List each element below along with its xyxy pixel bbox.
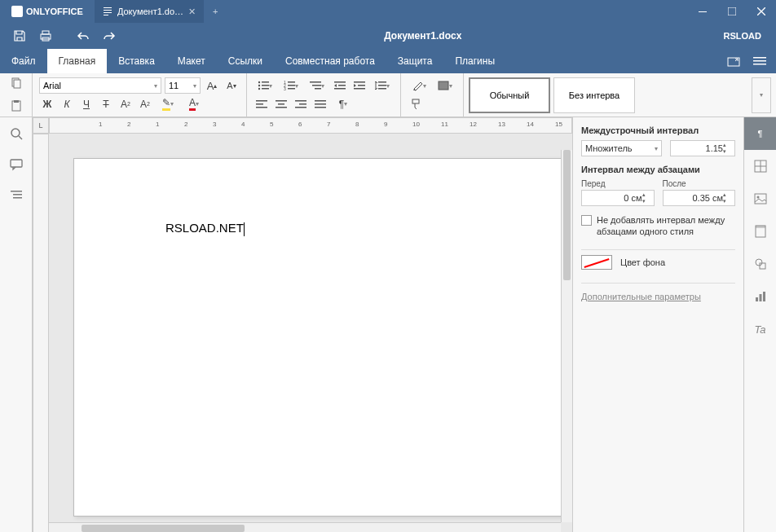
line-spacing-mode-select[interactable]: Множитель▾: [581, 140, 662, 156]
spacing-before-label: Перед: [581, 179, 655, 188]
strikethrough-button[interactable]: Т: [98, 96, 114, 112]
align-right-button[interactable]: [293, 96, 309, 112]
numbering-button[interactable]: 123▾: [280, 77, 302, 94]
horizontal-scrollbar[interactable]: [49, 522, 561, 532]
print-button[interactable]: [33, 23, 59, 49]
svg-rect-37: [354, 81, 365, 83]
font-size-select[interactable]: 11▾: [165, 77, 201, 94]
svg-rect-47: [278, 103, 284, 105]
new-tab-button[interactable]: +: [205, 7, 226, 16]
paste-button[interactable]: [0, 95, 32, 117]
menu-file[interactable]: Файл: [0, 49, 47, 73]
search-button[interactable]: [7, 124, 26, 143]
svg-point-23: [258, 88, 260, 90]
underline-button[interactable]: Ч: [78, 96, 95, 112]
save-button[interactable]: [7, 23, 33, 49]
bg-color-swatch[interactable]: [581, 255, 612, 270]
menu-protection[interactable]: Защита: [386, 49, 444, 73]
svg-rect-20: [262, 81, 269, 83]
svg-rect-62: [13, 197, 22, 199]
view-settings-button[interactable]: [748, 50, 771, 73]
clear-style-button[interactable]: ▾: [408, 77, 430, 94]
bold-button[interactable]: Ж: [39, 96, 55, 112]
decrease-font-button[interactable]: A▾: [223, 77, 240, 94]
document-text[interactable]: RSLOAD.NET: [165, 221, 244, 235]
svg-rect-41: [378, 85, 386, 86]
tab-close-icon[interactable]: ✕: [188, 7, 196, 17]
copy-style-button[interactable]: [408, 96, 424, 112]
indent-increase-button[interactable]: [351, 77, 368, 94]
scrollbar-thumb[interactable]: [563, 150, 571, 280]
menu-home[interactable]: Главная: [47, 49, 108, 73]
textart-tab[interactable]: Ta: [744, 313, 776, 345]
svg-text:3: 3: [284, 86, 286, 90]
table-tab[interactable]: [744, 150, 776, 182]
italic-button[interactable]: К: [59, 96, 75, 112]
menu-collaboration[interactable]: Совместная работа: [274, 49, 386, 73]
ruler-corner[interactable]: L: [33, 117, 49, 134]
svg-point-21: [258, 85, 260, 86]
svg-rect-40: [378, 81, 386, 83]
indent-decrease-button[interactable]: [332, 77, 348, 94]
align-left-button[interactable]: [254, 96, 270, 112]
scrollbar-thumb[interactable]: [82, 525, 245, 532]
menu-plugins[interactable]: Плагины: [443, 49, 506, 73]
multilevel-button[interactable]: ▾: [306, 77, 328, 94]
undo-button[interactable]: [70, 23, 96, 49]
line-spacing-button[interactable]: ▾: [371, 77, 394, 94]
chart-tab[interactable]: [744, 280, 776, 313]
spacing-before-input[interactable]: 0 см▴▾: [581, 190, 655, 206]
subscript-button[interactable]: A2: [137, 96, 153, 112]
menu-layout[interactable]: Макет: [166, 49, 217, 73]
svg-point-19: [258, 81, 260, 83]
svg-point-67: [756, 196, 759, 199]
doc-icon: [103, 7, 112, 16]
superscript-button[interactable]: A2: [117, 96, 134, 112]
align-justify-button[interactable]: [312, 96, 328, 112]
font-name-select[interactable]: Arial▾: [39, 77, 161, 94]
style-normal[interactable]: Обычный: [469, 77, 550, 113]
svg-rect-4: [699, 11, 707, 12]
shading-button[interactable]: ▾: [434, 77, 456, 94]
header-footer-tab[interactable]: [744, 215, 776, 248]
vertical-scrollbar[interactable]: [561, 150, 572, 522]
svg-rect-16: [14, 80, 20, 88]
close-button[interactable]: [747, 0, 776, 23]
horizontal-ruler[interactable]: 1 2 1 2 3 4 5 6 7 8 9 10 11 12 13 14 15: [49, 117, 572, 134]
vertical-ruler[interactable]: [33, 134, 49, 532]
headings-button[interactable]: [7, 186, 26, 205]
document-tab[interactable]: Документ1.do… ✕: [95, 0, 205, 23]
page[interactable]: RSLOAD.NET: [73, 158, 562, 517]
highlight-button[interactable]: ✎▾: [157, 96, 179, 112]
advanced-settings-link[interactable]: Дополнительные параметры: [581, 283, 735, 301]
no-spacing-same-style-checkbox[interactable]: [581, 215, 592, 226]
copy-button[interactable]: [0, 73, 32, 95]
maximize-button[interactable]: [717, 0, 747, 23]
increase-font-button[interactable]: A▴: [204, 77, 220, 94]
page-viewport[interactable]: RSLOAD.NET: [49, 134, 572, 532]
image-tab[interactable]: [744, 182, 776, 215]
user-name[interactable]: RSLOAD: [724, 31, 769, 41]
comments-button[interactable]: [7, 155, 26, 174]
styles-more-button[interactable]: ▾: [752, 77, 771, 113]
style-no-spacing[interactable]: Без интерва: [553, 77, 635, 113]
edit-section: ▾ ▾: [401, 73, 464, 117]
svg-rect-56: [412, 99, 419, 103]
bullets-button[interactable]: ▾: [254, 77, 276, 94]
shape-tab[interactable]: [744, 248, 776, 280]
menu-references[interactable]: Ссылки: [217, 49, 274, 73]
spacing-after-input[interactable]: 0.35 см▴▾: [663, 190, 736, 206]
nonprinting-button[interactable]: ¶▾: [332, 96, 355, 112]
paragraph-tab[interactable]: ¶: [744, 117, 776, 150]
redo-button[interactable]: [96, 23, 122, 49]
tab-title: Документ1.do…: [117, 7, 183, 16]
minimize-button[interactable]: [688, 0, 717, 23]
svg-rect-38: [358, 85, 365, 86]
svg-rect-42: [378, 88, 386, 90]
open-location-button[interactable]: [722, 50, 745, 73]
svg-rect-73: [759, 294, 761, 301]
align-center-button[interactable]: [273, 96, 289, 112]
font-color-button[interactable]: A▾: [183, 96, 205, 112]
menu-insert[interactable]: Вставка: [107, 49, 166, 73]
line-spacing-value-input[interactable]: 1.15▴▾: [670, 140, 735, 156]
